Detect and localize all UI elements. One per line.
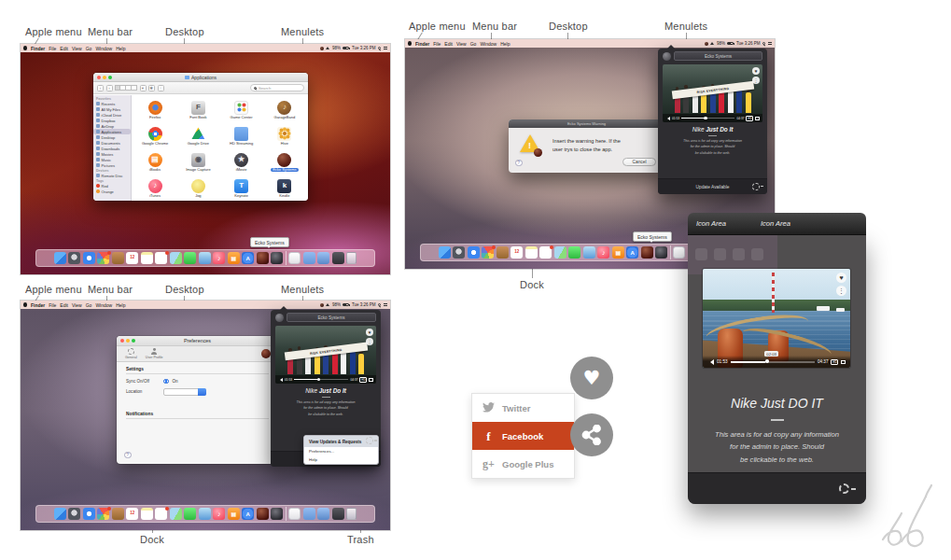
dock-icon-launchpad[interactable] <box>68 252 80 264</box>
fullscreen-icon[interactable] <box>369 378 373 382</box>
dock-icon-safari[interactable] <box>468 246 480 259</box>
fullscreen-icon[interactable] <box>755 117 760 120</box>
dock-icon-stack-files[interactable] <box>317 508 329 520</box>
ecko-menulet-icon[interactable] <box>320 47 324 50</box>
dock-icon-trash[interactable] <box>346 508 357 520</box>
preferences-titlebar[interactable]: Preferences <box>117 336 278 346</box>
dock-icon-document[interactable] <box>673 246 685 259</box>
heart-icon[interactable]: ♥ <box>366 329 373 336</box>
menu-item-preferences[interactable]: Preferences... <box>304 447 378 455</box>
wifi-icon[interactable] <box>326 45 329 49</box>
menu-item-edit[interactable]: Edit <box>60 46 68 51</box>
favorite-button[interactable]: ♥ <box>570 357 613 399</box>
heart-icon[interactable]: ♥ <box>752 67 760 75</box>
menu-clock[interactable]: Tue 3:26 PM <box>352 46 376 50</box>
app-imovie[interactable]: ★iMovie <box>220 149 263 175</box>
help-button[interactable]: ? <box>124 452 132 459</box>
sidebar-item-orange[interactable]: Orange <box>93 189 131 194</box>
dock-icon-messages[interactable] <box>568 246 580 259</box>
dock-icon-stack-folder[interactable] <box>303 252 315 264</box>
dock-icon-system-sphere[interactable] <box>271 508 283 520</box>
dock-icon-finder[interactable] <box>54 252 66 264</box>
spotlight-icon[interactable] <box>378 303 381 306</box>
app-game-center[interactable]: Game Center <box>220 97 263 123</box>
dock-icon-calendar[interactable]: 12 <box>126 508 138 520</box>
dock-icon-messages[interactable] <box>184 252 196 264</box>
share-icon[interactable]: ⋮ <box>836 286 846 296</box>
menu-item-window[interactable]: Window <box>95 302 112 308</box>
app-ecko-systems[interactable]: Ecko Systems <box>263 149 306 175</box>
menu-item-view[interactable]: View <box>456 41 467 47</box>
dock-icon-safari[interactable] <box>83 508 95 520</box>
dock-icon-maps[interactable] <box>554 246 566 259</box>
dock-icon-contacts[interactable] <box>496 246 509 259</box>
dock-icon-app-store[interactable]: A <box>242 508 254 520</box>
ecko-menulet-icon[interactable] <box>320 303 324 307</box>
dock-icon-launchpad[interactable] <box>453 246 465 259</box>
app-hd-streaming[interactable]: HD Streaming <box>220 123 263 149</box>
notification-center-icon[interactable] <box>384 303 388 307</box>
minimize-button[interactable] <box>103 76 106 79</box>
dock-icon-notes[interactable] <box>141 508 153 520</box>
dock-icon-launchpad[interactable] <box>68 508 80 520</box>
dock-icon-contacts[interactable] <box>112 252 124 264</box>
dock-icon-notes[interactable] <box>525 246 538 259</box>
apple-menu-icon[interactable] <box>23 302 27 307</box>
dock-icon-display[interactable] <box>332 252 344 264</box>
volume-icon[interactable] <box>665 117 670 120</box>
action-button[interactable]: ✱ <box>148 85 155 91</box>
progress-bar[interactable] <box>294 379 349 381</box>
back-button[interactable]: ‹ <box>97 85 104 91</box>
menu-item-file[interactable]: File <box>49 302 56 308</box>
ecko-systems-button[interactable]: Ecko Systems <box>674 51 762 61</box>
menu-clock[interactable]: Tue 3:26 PM <box>736 41 761 46</box>
progress-bar[interactable] <box>731 361 815 363</box>
menu-item-help[interactable]: Help <box>116 302 125 308</box>
wifi-icon[interactable] <box>710 40 714 45</box>
wifi-icon[interactable] <box>326 301 329 306</box>
heart-icon[interactable]: ♥ <box>836 273 846 283</box>
app-font-book[interactable]: FFont Book <box>176 97 219 123</box>
dock-icon-reminders[interactable] <box>539 246 552 259</box>
dock-icon-finder[interactable] <box>439 246 451 259</box>
video-thumbnail[interactable]: RISK EVERYTHING ♥ ⋮ 01:53 04:37 HD <box>275 326 376 384</box>
progress-bar[interactable] <box>681 118 735 119</box>
dock-icon-itunes[interactable]: ♪ <box>213 508 225 520</box>
menu-item-go[interactable]: Go <box>86 302 92 308</box>
close-button[interactable] <box>120 339 124 343</box>
share-icon[interactable]: ⋮ <box>752 77 760 84</box>
minimize-button[interactable] <box>126 339 130 343</box>
app-kindle[interactable]: kKindle <box>263 175 306 201</box>
menu-item-file[interactable]: File <box>433 41 441 47</box>
spotlight-icon[interactable] <box>762 42 765 45</box>
dock-icon-ecko-systems[interactable] <box>641 246 653 259</box>
menu-item-finder[interactable]: Finder <box>415 41 429 47</box>
dock-icon-facetime[interactable] <box>583 246 595 259</box>
dock-icon-reminders[interactable] <box>155 508 167 520</box>
share-button[interactable] <box>570 413 613 456</box>
location-select[interactable] <box>163 388 206 397</box>
menu-item-edit[interactable]: Edit <box>60 302 68 308</box>
settings-menu-button[interactable] <box>839 483 857 494</box>
view-switcher[interactable] <box>115 85 137 91</box>
dock-icon-messages[interactable] <box>184 508 196 520</box>
app-keynote[interactable]: TKeynote <box>220 175 263 201</box>
dock-icon-contacts[interactable] <box>112 508 124 520</box>
tab-user-profile[interactable]: User Profile <box>146 348 163 361</box>
app-jog[interactable]: Jog <box>176 175 219 201</box>
dock-icon-document[interactable] <box>288 508 301 520</box>
settings-menu-button[interactable] <box>366 437 378 444</box>
notification-center-icon[interactable] <box>384 47 388 50</box>
video-player[interactable]: ♥ ⋮ 02:03 01:53 04:37 HD <box>703 269 850 368</box>
menu-item-view[interactable]: View <box>72 46 82 51</box>
ecko-systems-button[interactable]: Ecko Systems <box>287 313 376 322</box>
share-option-twitter[interactable]: Twitter <box>472 394 574 422</box>
forward-button[interactable]: › <box>106 85 113 91</box>
app-itunes[interactable]: ♪iTunes <box>133 175 176 201</box>
dock-icon-itunes[interactable]: ♪ <box>213 252 225 264</box>
dock-icon-ibooks[interactable]: ▤ <box>612 246 624 259</box>
dock-icon-app-store[interactable]: A <box>626 246 638 259</box>
dock-icon-itunes[interactable]: ♪ <box>597 246 609 259</box>
apple-menu-icon[interactable] <box>23 46 27 50</box>
share-button[interactable]: ↑ <box>158 85 164 91</box>
